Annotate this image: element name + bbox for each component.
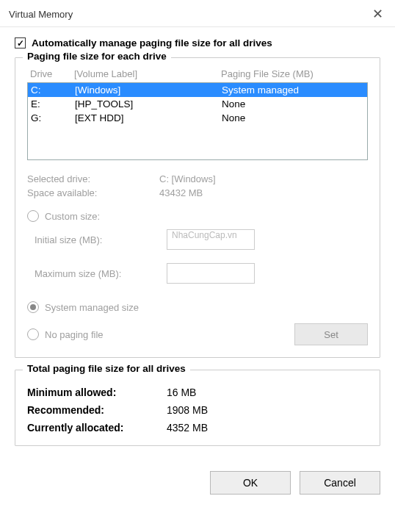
drive-row-c[interactable]: C: [Windows] System managed [28, 83, 367, 97]
cancel-button[interactable]: Cancel [300, 471, 380, 495]
min-allowed-line: Minimum allowed: 16 MB [27, 387, 368, 398]
space-value: 43432 MB [159, 187, 203, 198]
selected-drive-line: Selected drive: C: [Windows] [27, 173, 368, 184]
initial-size-input: NhaCungCap.vn [167, 229, 255, 250]
checkbox-icon: ✓ [15, 37, 26, 48]
space-line: Space available: 43432 MB [27, 187, 368, 198]
drive-size: None [222, 112, 364, 123]
dialog-buttons: OK Cancel [0, 465, 395, 506]
radio-icon [27, 210, 39, 222]
titlebar: Virtual Memory ✕ [0, 0, 395, 27]
max-size-line: Maximum size (MB): [27, 263, 368, 284]
drive-size: None [222, 98, 364, 109]
custom-size-radio: Custom size: [27, 210, 368, 222]
checkmark-icon: ✓ [17, 39, 24, 48]
system-managed-label: System managed size [45, 302, 139, 313]
currently-allocated-value: 4352 MB [167, 422, 208, 434]
header-drive: Drive [30, 68, 74, 79]
drive-row-e[interactable]: E: [HP_TOOLS] None [28, 97, 367, 111]
no-paging-row: No paging file Set [27, 323, 368, 345]
space-label: Space available: [27, 187, 159, 198]
group-legend: Paging file size for each drive [23, 51, 171, 62]
drive-letter: E: [31, 98, 75, 109]
auto-manage-checkbox-row[interactable]: ✓ Automatically manage paging file size … [15, 37, 380, 48]
custom-size-label: Custom size: [45, 211, 100, 222]
min-allowed-value: 16 MB [167, 387, 196, 398]
no-paging-radio: No paging file [27, 328, 104, 340]
paging-per-drive-group: Paging file size for each drive Drive [V… [15, 57, 380, 358]
selected-drive-label: Selected drive: [27, 173, 159, 184]
radio-icon [27, 328, 39, 340]
drive-letter: G: [31, 112, 75, 123]
system-managed-radio: System managed size [27, 301, 368, 313]
drive-row-g[interactable]: G: [EXT HDD] None [28, 111, 367, 125]
drive-letter: C: [31, 85, 75, 96]
group-legend: Total paging file size for all drives [23, 363, 190, 374]
initial-size-line: Initial size (MB): NhaCungCap.vn [27, 229, 368, 250]
no-paging-label: No paging file [45, 329, 104, 340]
radio-icon [27, 301, 39, 313]
selected-drive-value: C: [Windows] [159, 173, 216, 184]
auto-manage-label: Automatically manage paging file size fo… [32, 37, 272, 48]
currently-allocated-line: Currently allocated: 4352 MB [27, 422, 368, 434]
drive-size: System managed [222, 85, 364, 96]
content-area: ✓ Automatically manage paging file size … [0, 27, 395, 465]
drive-label: [HP_TOOLS] [75, 98, 222, 109]
window-title: Virtual Memory [9, 9, 73, 20]
max-size-label: Maximum size (MB): [27, 268, 167, 279]
max-size-input [167, 263, 255, 284]
initial-size-label: Initial size (MB): [27, 234, 167, 245]
radio-dot-icon [30, 304, 36, 310]
drive-label: [EXT HDD] [75, 112, 222, 123]
recommended-value: 1908 MB [167, 404, 208, 416]
min-allowed-label: Minimum allowed: [27, 387, 167, 398]
ok-button[interactable]: OK [210, 471, 291, 495]
total-paging-group: Total paging file size for all drives Mi… [15, 370, 380, 446]
currently-allocated-label: Currently allocated: [27, 422, 167, 434]
header-size: Paging File Size (MB) [221, 68, 365, 79]
drive-listbox[interactable]: C: [Windows] System managed E: [HP_TOOLS… [27, 82, 368, 160]
header-volume-label: [Volume Label] [74, 68, 221, 79]
set-button: Set [294, 323, 368, 345]
drive-label: [Windows] [75, 85, 222, 96]
close-icon[interactable]: ✕ [369, 6, 386, 22]
recommended-label: Recommended: [27, 404, 167, 416]
table-header: Drive [Volume Label] Paging File Size (M… [27, 68, 368, 79]
recommended-line: Recommended: 1908 MB [27, 404, 368, 416]
